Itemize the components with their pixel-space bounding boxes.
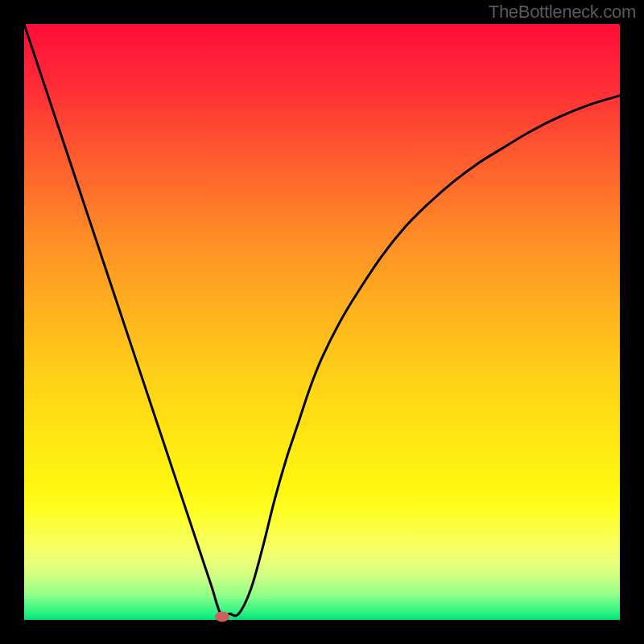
plot-area — [24, 24, 620, 620]
data-curve — [24, 24, 620, 620]
minimum-marker — [215, 611, 229, 621]
chart-canvas: TheBottleneck.com — [0, 0, 644, 644]
watermark-text: TheBottleneck.com — [489, 2, 636, 23]
